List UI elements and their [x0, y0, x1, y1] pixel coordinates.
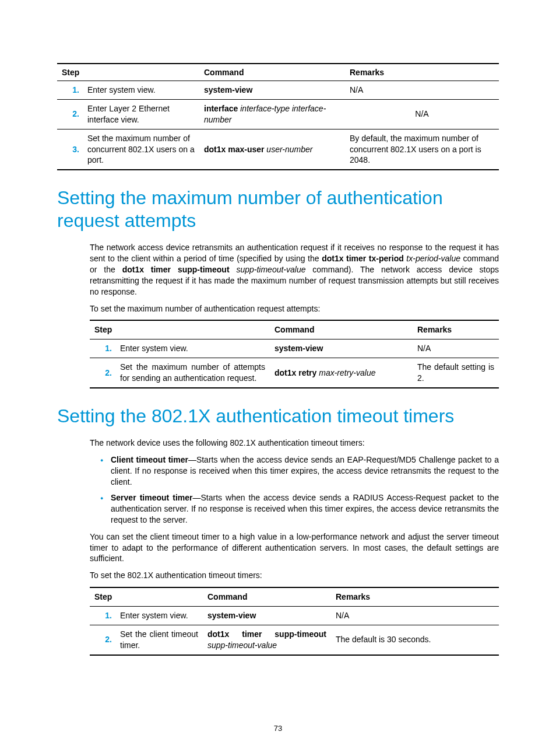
heading-timeout-timers: Setting the 802.1X authentication timeou…: [57, 405, 499, 427]
step-text: Set the maximum number of concurrent 802…: [83, 129, 199, 170]
table-row: 2. Set the client timeout timer. dot1x t…: [90, 625, 499, 655]
para-auth-attempts-desc: The network access device retransmits an…: [90, 242, 499, 297]
command-cell: system-view: [270, 340, 413, 358]
table-header-remarks: Remarks: [413, 320, 499, 339]
step-number: 2.: [90, 625, 115, 655]
table-header-step: Step: [57, 64, 199, 81]
step-text: Enter system view.: [115, 607, 203, 625]
para-timers-lead: To set the 802.1X authentication timeout…: [90, 570, 499, 581]
para-timers-intro: The network device uses the following 80…: [90, 438, 499, 449]
step-text: Enter system view.: [115, 340, 270, 358]
table-concurrent-users: Step Command Remarks 1. Enter system vie…: [57, 63, 499, 170]
list-item: Client timeout timer—Starts when the acc…: [100, 454, 499, 488]
remarks-cell: By default, the maximum number of concur…: [345, 129, 499, 170]
table-row: 2. Set the maximum number of attempts fo…: [90, 358, 499, 388]
step-number: 1.: [90, 607, 115, 625]
step-number: 1.: [57, 81, 83, 100]
step-number: 3.: [57, 129, 83, 170]
table-header-command: Command: [203, 587, 331, 606]
step-number: 2.: [57, 99, 83, 129]
step-text: Enter system view.: [83, 81, 199, 100]
table-timeout-timers: Step Command Remarks 1. Enter system vie…: [90, 587, 499, 656]
remarks-cell: N/A: [345, 99, 499, 129]
remarks-cell: N/A: [345, 81, 499, 100]
step-text: Set the client timeout timer.: [115, 625, 203, 655]
table-header-remarks: Remarks: [331, 587, 499, 606]
command-cell: system-view: [203, 607, 331, 625]
para-auth-attempts-lead: To set the maximum number of authenticat…: [90, 303, 499, 314]
table-header-command: Command: [270, 320, 413, 339]
command-cell: dot1x timer supp-timeout supp-timeout-va…: [203, 625, 331, 655]
list-item: Server timeout timer—Starts when the acc…: [100, 492, 499, 526]
table-row: 1. Enter system view. system-view N/A: [90, 607, 499, 625]
page-number: 73: [0, 724, 556, 733]
table-header-step: Step: [90, 320, 270, 339]
table-row: 3. Set the maximum number of concurrent …: [57, 129, 499, 170]
table-row: 2. Enter Layer 2 Ethernet interface view…: [57, 99, 499, 129]
table-auth-attempts: Step Command Remarks 1. Enter system vie…: [90, 320, 499, 388]
heading-auth-attempts: Setting the maximum number of authentica…: [57, 187, 499, 232]
command-cell: interface interface-type interface-numbe…: [199, 99, 345, 129]
table-header-remarks: Remarks: [345, 64, 499, 81]
step-number: 2.: [90, 358, 115, 388]
remarks-cell: N/A: [331, 607, 499, 625]
timer-bullet-list: Client timeout timer—Starts when the acc…: [90, 454, 499, 525]
remarks-cell: The default is 30 seconds.: [331, 625, 499, 655]
command-cell: system-view: [199, 81, 345, 100]
step-text: Set the maximum number of attempts for s…: [115, 358, 270, 388]
table-row: 1. Enter system view. system-view N/A: [57, 81, 499, 100]
step-number: 1.: [90, 340, 115, 358]
step-text: Enter Layer 2 Ethernet interface view.: [83, 99, 199, 129]
remarks-cell: N/A: [413, 340, 499, 358]
table-row: 1. Enter system view. system-view N/A: [90, 340, 499, 358]
command-cell: dot1x max-user user-number: [199, 129, 345, 170]
table-header-command: Command: [199, 64, 345, 81]
para-timers-adjust: You can set the client timeout timer to …: [90, 531, 499, 565]
remarks-cell: The default setting is 2.: [413, 358, 499, 388]
table-header-step: Step: [90, 587, 203, 606]
command-cell: dot1x retry max-retry-value: [270, 358, 413, 388]
